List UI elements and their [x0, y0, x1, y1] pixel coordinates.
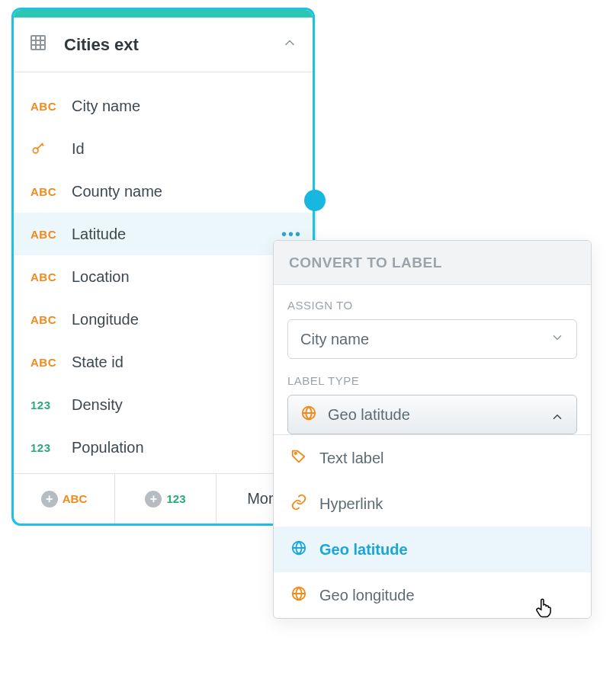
tag-icon — [290, 448, 307, 469]
abc-icon: ABC — [30, 313, 72, 326]
label-type-option[interactable]: Text label — [274, 435, 591, 481]
abc-icon: ABC — [30, 271, 72, 283]
label-type-options: Text labelHyperlinkGeo latitudeGeo longi… — [274, 434, 591, 618]
label-type-option[interactable]: Geo latitude — [274, 527, 591, 572]
field-name: Density — [72, 396, 302, 414]
field-list: ABCCity nameIdABCCounty nameABCLatitude•… — [14, 72, 313, 473]
fields-panel: Cities ext ABCCity nameIdABCCounty nameA… — [11, 8, 315, 526]
abc-icon: ABC — [30, 185, 72, 198]
abc-icon: ABC — [30, 100, 72, 113]
field-row[interactable]: 123Density — [14, 383, 313, 426]
label-type-value: Geo latitude — [328, 406, 410, 424]
popup-header: CONVERT TO LABEL — [274, 241, 591, 285]
chevron-down-icon — [550, 406, 564, 424]
field-row[interactable]: ABCLongitude — [14, 298, 313, 341]
123-label: 123 — [166, 492, 185, 505]
panel-title: Cities ext — [64, 35, 282, 55]
svg-point-7 — [295, 452, 297, 453]
assign-to-select[interactable]: City name — [287, 319, 577, 359]
field-name: Population — [72, 439, 302, 456]
chevron-down-icon — [550, 331, 564, 348]
link-icon — [290, 494, 307, 514]
label-type-select[interactable]: Geo latitude — [287, 395, 577, 434]
panel-accent — [14, 10, 313, 18]
plus-icon: + — [145, 491, 162, 507]
label-type-label: LABEL TYPE — [287, 374, 577, 387]
field-row[interactable]: ABCCounty name — [14, 170, 313, 213]
field-name: Longitude — [72, 311, 302, 328]
number-icon: 123 — [30, 399, 72, 411]
option-label: Geo latitude — [319, 541, 408, 559]
connector-dot — [304, 190, 326, 211]
field-row[interactable]: ABCLocation — [14, 255, 313, 298]
option-label: Hyperlink — [319, 495, 383, 513]
plus-icon: + — [41, 491, 58, 507]
chevron-up-icon[interactable] — [282, 35, 297, 55]
field-row[interactable]: ABCLatitude••• — [14, 213, 313, 255]
panel-footer: + ABC + 123 More — [14, 473, 313, 524]
option-label: Text label — [319, 450, 384, 467]
abc-label: ABC — [63, 492, 88, 505]
option-label: Geo longitude — [319, 587, 415, 604]
label-type-option[interactable]: Hyperlink — [274, 481, 591, 527]
field-name: City name — [72, 98, 302, 115]
number-icon: 123 — [30, 441, 72, 454]
field-row[interactable]: 123Population — [14, 426, 313, 469]
add-123-button[interactable]: + 123 — [115, 474, 217, 524]
convert-label-popup: CONVERT TO LABEL ASSIGN TO City name LAB… — [273, 240, 592, 619]
field-row[interactable]: ABCState id — [14, 341, 313, 383]
assign-to-value: City name — [300, 331, 369, 348]
panel-header[interactable]: Cities ext — [14, 18, 313, 72]
table-icon — [29, 34, 47, 56]
field-name: Latitude — [72, 226, 281, 243]
abc-icon: ABC — [30, 356, 72, 369]
globe-icon — [300, 405, 317, 425]
abc-icon: ABC — [30, 228, 72, 241]
globe-icon — [290, 540, 307, 560]
field-name: County name — [72, 183, 302, 200]
svg-rect-0 — [31, 36, 45, 50]
globe-icon — [290, 585, 307, 606]
field-name: Location — [72, 268, 302, 286]
popup-body: ASSIGN TO City name LABEL TYPE Geo latit… — [274, 285, 591, 434]
field-row[interactable]: Id — [14, 127, 313, 170]
add-abc-button[interactable]: + ABC — [14, 474, 115, 524]
field-name: Id — [72, 140, 302, 158]
field-name: State id — [72, 354, 302, 371]
cursor-hand-icon — [534, 597, 553, 625]
field-row[interactable]: ABCCity name — [14, 85, 313, 127]
key-icon — [30, 141, 72, 156]
assign-to-label: ASSIGN TO — [287, 299, 577, 312]
